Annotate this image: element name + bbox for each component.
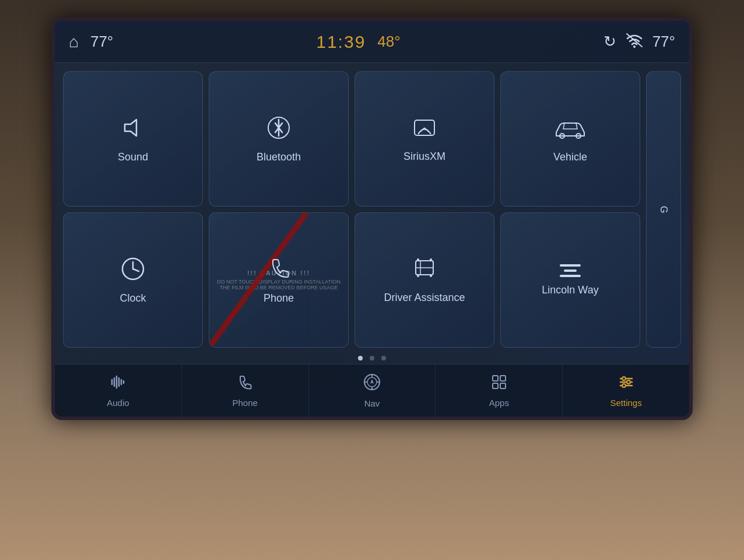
bluetooth-icon: [267, 115, 290, 144]
lincoln-bar-2: [564, 270, 577, 272]
svg-rect-25: [493, 376, 498, 381]
clock-tile[interactable]: Clock: [63, 212, 203, 348]
vehicle-icon: [553, 115, 588, 144]
siriusxm-icon: [410, 116, 439, 144]
header-center: 11:39 48°: [316, 32, 400, 52]
nav-icon: [363, 373, 381, 395]
phone-nav-label: Phone: [233, 398, 258, 408]
clock-label: Clock: [120, 292, 146, 304]
caution-line2: THE FILM IS TO BE REMOVED BEFORE USAGE: [220, 285, 338, 290]
phone-tile[interactable]: !!! CAUTION !!! DO NOT TOUCH DISPLAY DUR…: [209, 212, 349, 348]
sound-label: Sound: [118, 151, 148, 163]
temp-center: 48°: [377, 33, 400, 51]
header-left: ⌂ 77°: [69, 33, 113, 51]
lincoln-way-tile[interactable]: Lincoln Way: [500, 212, 640, 348]
svg-point-16: [430, 258, 432, 261]
page-dots: [55, 352, 689, 364]
phone-tile-label: Phone: [264, 292, 294, 304]
bottom-nav: Audio Phone: [55, 364, 689, 416]
nav-label: Nav: [364, 398, 380, 408]
car-surround: ⌂ 77° 11:39 48° ↻: [0, 0, 744, 560]
nav-audio[interactable]: Audio: [55, 365, 182, 416]
lincoln-bar-3: [560, 275, 581, 277]
page-dot-1[interactable]: [358, 356, 363, 360]
audio-label: Audio: [107, 398, 129, 408]
svg-point-15: [417, 258, 419, 261]
svg-point-32: [622, 377, 626, 380]
sound-icon: [120, 115, 146, 144]
siriusxm-tile[interactable]: SiriusXM: [355, 71, 494, 206]
header-right: ↻ 77°: [603, 33, 675, 51]
svg-marker-2: [125, 120, 136, 136]
apps-icon: [491, 374, 507, 394]
sync-icon: ↻: [603, 33, 616, 51]
svg-line-11: [209, 213, 307, 347]
temp-right: 77°: [652, 33, 675, 51]
lincoln-way-label: Lincoln Way: [542, 284, 598, 296]
tiles-grid: Sound Bluetooth: [55, 63, 689, 352]
nav-apps[interactable]: Apps: [436, 365, 563, 416]
sound-tile[interactable]: Sound: [63, 71, 203, 206]
temp-left: 77°: [90, 33, 113, 51]
svg-line-10: [133, 269, 139, 271]
svg-point-33: [627, 380, 630, 384]
bluetooth-label: Bluetooth: [257, 151, 301, 163]
settings-label: Settings: [610, 398, 641, 408]
clock-icon: [120, 256, 146, 285]
page-dot-2[interactable]: [370, 356, 374, 360]
screen-bezel: ⌂ 77° 11:39 48° ↻: [51, 18, 693, 420]
wifi-icon: [626, 33, 643, 51]
svg-point-5: [424, 127, 426, 129]
page-dot-3[interactable]: [381, 356, 386, 360]
audio-icon: [110, 374, 126, 394]
driver-assistance-icon: [411, 255, 438, 284]
phone-nav-icon: [237, 374, 253, 394]
svg-rect-27: [493, 383, 498, 388]
partial-label: G: [658, 206, 669, 213]
svg-point-34: [622, 384, 626, 387]
svg-rect-26: [500, 376, 506, 381]
svg-rect-28: [500, 383, 506, 388]
nav-settings[interactable]: Settings: [563, 365, 689, 416]
nav-nav[interactable]: Nav: [309, 365, 436, 416]
driver-assistance-tile[interactable]: Driver Assistance: [355, 212, 494, 348]
vehicle-label: Vehicle: [553, 151, 587, 163]
vehicle-tile[interactable]: Vehicle: [500, 71, 640, 206]
phone-icon: [267, 256, 290, 285]
screen: ⌂ 77° 11:39 48° ↻: [55, 21, 689, 416]
partial-tile: G: [646, 71, 681, 348]
bluetooth-tile[interactable]: Bluetooth: [209, 71, 349, 206]
header-bar: ⌂ 77° 11:39 48° ↻: [55, 21, 689, 63]
nav-phone[interactable]: Phone: [182, 365, 309, 416]
driver-assistance-label: Driver Assistance: [384, 291, 465, 304]
time-display: 11:39: [316, 32, 366, 52]
svg-point-17: [417, 275, 419, 277]
siriusxm-label: SiriusXM: [403, 150, 445, 163]
svg-point-0: [633, 46, 636, 48]
lincoln-bar-1: [560, 264, 581, 267]
lincoln-way-icon: [560, 264, 581, 277]
home-icon[interactable]: ⌂: [69, 33, 79, 51]
apps-label: Apps: [489, 398, 509, 408]
settings-icon: [618, 374, 634, 394]
svg-point-18: [430, 275, 432, 277]
